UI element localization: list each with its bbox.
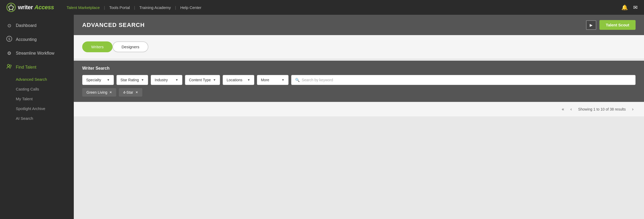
designers-toggle[interactable]: Designers [113, 41, 148, 52]
content-type-chevron: ▼ [213, 78, 216, 82]
pagination-next[interactable]: › [630, 106, 636, 113]
sidebar-item-accounting[interactable]: $ Accounting [0, 32, 74, 47]
star-rating-label: Star Rating [120, 78, 139, 82]
specialty-chevron: ▼ [107, 78, 110, 82]
svg-point-5 [10, 65, 11, 66]
sidebar-subitem-my-talent[interactable]: My Talent [16, 94, 74, 104]
nav-right-actions: 🔔 ✉ [621, 4, 638, 11]
nav-tools-portal[interactable]: Tools Portal [105, 5, 134, 10]
people-icon [6, 64, 12, 71]
sidebar-subitem-casting-calls[interactable]: Casting Calls [16, 84, 74, 94]
pagination-prev[interactable]: ‹ [568, 106, 574, 113]
mail-icon[interactable]: ✉ [633, 4, 638, 11]
bell-icon[interactable]: 🔔 [621, 4, 628, 11]
filter-row: Specialty ▼ Star Rating ▼ Industry ▼ Con… [82, 75, 636, 85]
tag-4-star[interactable]: 4-Star ✕ [119, 88, 142, 97]
specialty-dropdown[interactable]: Specialty ▼ [82, 75, 114, 85]
advanced-search-title: ADVANCED SEARCH [82, 22, 145, 28]
sidebar-label-streamline: Streamline Workflow [16, 51, 54, 56]
tag-green-living-label: Green Living [86, 90, 107, 94]
locations-label: Locations [227, 78, 242, 82]
search-header: ADVANCED SEARCH ▶ Talent Scout [74, 15, 644, 35]
sidebar-label-accounting: Accounting [16, 37, 37, 42]
pagination-bar: « ‹ Showing 1 to 10 of 38 results › [74, 102, 644, 116]
video-icon: ▶ [590, 23, 593, 27]
nav-help-center[interactable]: Help Center [176, 5, 206, 10]
sidebar-subitem-spotlight-archive[interactable]: Spotlight Archive [16, 104, 74, 113]
nav-links: Talent Marketplace | Tools Portal | Trai… [62, 5, 206, 10]
content-type-dropdown[interactable]: Content Type ▼ [185, 75, 220, 85]
toggle-section: Writers Designers [74, 35, 644, 59]
sidebar: ⊙ Dashboard $ Accounting ⚙ Streamline Wo… [0, 15, 74, 219]
logo[interactable]: writer Access [6, 3, 54, 12]
video-button[interactable]: ▶ [586, 20, 596, 30]
tag-4-star-label: 4-Star [123, 90, 133, 94]
tag-row: Green Living ✕ 4-Star ✕ [82, 88, 636, 97]
industry-label: Industry [155, 78, 168, 82]
sidebar-item-streamline-workflow[interactable]: ⚙ Streamline Workflow [0, 47, 74, 60]
keyword-search[interactable]: 🔍 Search by keyword [291, 75, 636, 85]
writer-search-section: Writer Search Specialty ▼ Star Rating ▼ … [74, 61, 644, 102]
tag-green-living-remove[interactable]: ✕ [109, 91, 112, 94]
gear-icon: ⚙ [6, 50, 12, 56]
sidebar-item-find-talent[interactable]: Find Talent [0, 60, 74, 74]
talent-scout-button[interactable]: Talent Scout [599, 20, 636, 30]
top-navbar: writer Access Talent Marketplace | Tools… [0, 0, 644, 15]
writers-toggle[interactable]: Writers [82, 41, 113, 52]
pagination-first[interactable]: « [560, 106, 566, 113]
sidebar-subitem-ai-search[interactable]: AI Search [16, 113, 74, 123]
search-icon: 🔍 [295, 78, 300, 82]
more-dropdown[interactable]: More ▼ [257, 75, 289, 85]
sidebar-subitems: Advanced Search Casting Calls My Talent … [0, 74, 74, 123]
writer-search-title: Writer Search [82, 66, 636, 71]
nav-talent-marketplace[interactable]: Talent Marketplace [62, 5, 104, 10]
locations-chevron: ▼ [247, 78, 250, 82]
main-layout: ⊙ Dashboard $ Accounting ⚙ Streamline Wo… [0, 15, 644, 219]
industry-chevron: ▼ [175, 78, 178, 82]
keyword-placeholder: Search by keyword [302, 78, 333, 82]
content-type-label: Content Type [189, 78, 211, 82]
header-actions: ▶ Talent Scout [586, 20, 636, 30]
pagination-text: Showing 1 to 10 of 38 results [578, 107, 626, 111]
nav-training-academy[interactable]: Training Academy [135, 5, 175, 10]
svg-point-4 [7, 64, 9, 66]
locations-dropdown[interactable]: Locations ▼ [223, 75, 254, 85]
more-chevron: ▼ [281, 78, 285, 82]
sidebar-subitem-advanced-search[interactable]: Advanced Search [16, 74, 74, 84]
specialty-label: Specialty [86, 78, 101, 82]
more-label: More [261, 78, 269, 82]
star-rating-dropdown[interactable]: Star Rating ▼ [116, 75, 148, 85]
dashboard-icon: ⊙ [6, 23, 12, 28]
sidebar-item-dashboard[interactable]: ⊙ Dashboard [0, 19, 74, 32]
industry-dropdown[interactable]: Industry ▼ [151, 75, 182, 85]
svg-text:$: $ [8, 37, 10, 41]
accounting-icon: $ [6, 36, 12, 43]
tag-green-living[interactable]: Green Living ✕ [82, 88, 116, 97]
sidebar-label-dashboard: Dashboard [16, 23, 36, 28]
tag-4-star-remove[interactable]: ✕ [135, 91, 138, 94]
main-content: ADVANCED SEARCH ▶ Talent Scout Writers D… [74, 15, 644, 219]
star-rating-chevron: ▼ [141, 78, 144, 82]
logo-text: writer Access [18, 4, 54, 11]
sidebar-label-find-talent: Find Talent [16, 65, 36, 70]
